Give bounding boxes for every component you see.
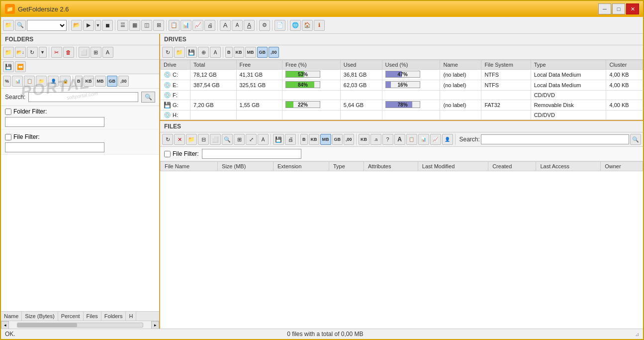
search-input[interactable]	[28, 92, 138, 102]
files-th-1[interactable]: Size (MB)	[218, 162, 274, 171]
drives-folder[interactable]: 📁	[174, 47, 185, 58]
folder-dropdown[interactable]: ▼	[39, 47, 47, 58]
files-icon-x1[interactable]: 📋	[406, 134, 417, 145]
files-th-0[interactable]: File Name	[161, 162, 218, 171]
unit-gb[interactable]: GB	[107, 76, 118, 87]
toolbar-view1[interactable]: ☰	[117, 20, 128, 31]
folder-filter-input[interactable]	[5, 117, 104, 127]
toolbar-font-smaller[interactable]: A	[232, 20, 243, 31]
unit-icon4[interactable]: 👤	[48, 76, 59, 87]
files-th-6[interactable]: Created	[488, 162, 536, 171]
folder-filter-checkbox[interactable]	[5, 109, 11, 115]
th-total[interactable]: Total	[190, 60, 236, 70]
drive-row-0[interactable]: 💿 C:78,12 GB41,31 GB 53% 36,81 GB 47% (n…	[161, 70, 643, 80]
folder-hdd[interactable]: 💾	[3, 61, 14, 72]
minimize-button[interactable]: ─	[598, 3, 611, 14]
files-refresh[interactable]: ↻	[162, 134, 173, 145]
toolbar-font-larger[interactable]: A	[220, 20, 231, 31]
files-th-5[interactable]: Last Modified	[418, 162, 488, 171]
files-window[interactable]: ⬜	[210, 134, 221, 145]
toolbar-play-drop[interactable]: ▼	[95, 20, 101, 31]
files-th-2[interactable]: Extension	[274, 162, 329, 171]
drive-row-4[interactable]: 💿 H:CD/DVD	[161, 111, 643, 120]
files-icon-x2[interactable]: 📊	[418, 134, 429, 145]
col-size[interactable]: Size (Bytes)	[22, 312, 58, 321]
toolbar-export[interactable]: 📊	[181, 20, 191, 31]
toolbar-folder-icon[interactable]: 📁	[3, 20, 14, 31]
th-free-pct[interactable]: Free (%)	[282, 60, 340, 70]
unit-kb[interactable]: KB	[84, 76, 94, 87]
folder-nav-icon1[interactable]: 📁	[3, 47, 14, 58]
col-folders[interactable]: Folders	[101, 312, 126, 321]
files-cols[interactable]: ⊟	[198, 134, 209, 145]
toolbar-view3[interactable]: ◫	[141, 20, 152, 31]
scroll-right[interactable]: ▸	[151, 321, 159, 329]
unit-icon3[interactable]: 📁	[36, 76, 47, 87]
files-unit-kb[interactable]: KB	[309, 134, 319, 145]
toolbar-view2[interactable]: ▦	[129, 20, 140, 31]
files-zoom[interactable]: 🔍	[222, 134, 233, 145]
folder-nav-icon2[interactable]: 📂↓	[15, 47, 26, 58]
files-th-8[interactable]: Owner	[601, 162, 643, 171]
unit-b[interactable]: B	[75, 76, 83, 87]
files-th-7[interactable]: Last Access	[536, 162, 601, 171]
files-kb-icon[interactable]: KB	[359, 134, 369, 145]
folder-del[interactable]: 🗑	[63, 47, 74, 58]
toolbar-print[interactable]: 🖨	[204, 20, 215, 31]
scroll-left[interactable]: ◂	[1, 321, 9, 329]
files-a-dot[interactable]: .a	[370, 134, 381, 145]
files-icon-x3[interactable]: 📈	[430, 134, 441, 145]
path-dropdown[interactable]	[27, 20, 67, 31]
folder-refresh[interactable]: ↻	[27, 47, 38, 58]
drive-row-3[interactable]: 💾 G:7,20 GB1,55 GB 22% 5,64 GB 78% (no l…	[161, 100, 643, 111]
col-name[interactable]: Name	[1, 312, 22, 321]
toolbar-chart[interactable]: 📈	[192, 20, 203, 31]
file-filter-input[interactable]	[5, 142, 104, 152]
files-bigA[interactable]: A	[394, 134, 405, 145]
toolbar-stop[interactable]: ⏹	[102, 20, 113, 31]
resize-grip[interactable]: ⊿	[635, 332, 639, 337]
unit-icon2[interactable]: 📋	[24, 76, 35, 87]
files-unit-b[interactable]: B	[300, 134, 308, 145]
files-filter-input[interactable]	[202, 149, 301, 159]
th-type[interactable]: Type	[531, 60, 606, 70]
scroll-thumb[interactable]	[17, 323, 77, 327]
toolbar-icon-2[interactable]: 🔍	[15, 20, 26, 31]
th-free[interactable]: Free	[236, 60, 282, 70]
files-question[interactable]: ?	[382, 134, 393, 145]
toolbar-copy[interactable]: 📋	[169, 20, 180, 31]
folder-cut[interactable]: ✂	[51, 47, 62, 58]
drives-unit-decimal[interactable]: ,00	[269, 47, 279, 58]
files-search-go[interactable]: 🔍	[630, 134, 641, 145]
toolbar-info[interactable]: ℹ	[314, 20, 325, 31]
unit-percent[interactable]: %	[3, 76, 11, 87]
drive-row-1[interactable]: 💿 E:387,54 GB325,51 GB 84% 62,03 GB 16% …	[161, 80, 643, 91]
toolbar-open[interactable]: 📂	[71, 20, 82, 31]
files-th-3[interactable]: Type	[329, 162, 364, 171]
th-fs[interactable]: File System	[481, 60, 531, 70]
th-used[interactable]: Used	[340, 60, 382, 70]
unit-icon5[interactable]: 🔒	[60, 76, 71, 87]
drives-unit-kb[interactable]: KB	[234, 47, 244, 58]
toolbar-props[interactable]: 📄	[275, 20, 285, 31]
files-unit-gb[interactable]: GB	[332, 134, 343, 145]
drives-refresh[interactable]: ↻	[162, 47, 173, 58]
files-az[interactable]: A	[258, 134, 269, 145]
folder-nav[interactable]: ⏪	[15, 61, 26, 72]
files-th-4[interactable]: Attributes	[364, 162, 418, 171]
drives-az[interactable]: A	[210, 47, 221, 58]
toolbar-internet[interactable]: 🌐	[290, 20, 301, 31]
close-button[interactable]: ✕	[626, 3, 639, 14]
unit-decimal[interactable]: ,00	[118, 76, 129, 87]
toolbar-home[interactable]: 🏠	[302, 20, 313, 31]
files-del[interactable]: ✕	[174, 134, 185, 145]
toolbar-view4[interactable]: ⊞	[153, 20, 164, 31]
files-filter-checkbox[interactable]	[164, 151, 171, 157]
files-expand[interactable]: ⤢	[246, 134, 257, 145]
toolbar-font-color[interactable]: A	[244, 20, 255, 31]
col-percent[interactable]: Percent	[58, 312, 84, 321]
drives-unit-mb[interactable]: MB	[245, 47, 256, 58]
th-used-pct[interactable]: Used (%)	[382, 60, 440, 70]
col-h[interactable]: H	[126, 312, 136, 321]
folder-maxwin[interactable]: ⊞	[91, 47, 101, 58]
